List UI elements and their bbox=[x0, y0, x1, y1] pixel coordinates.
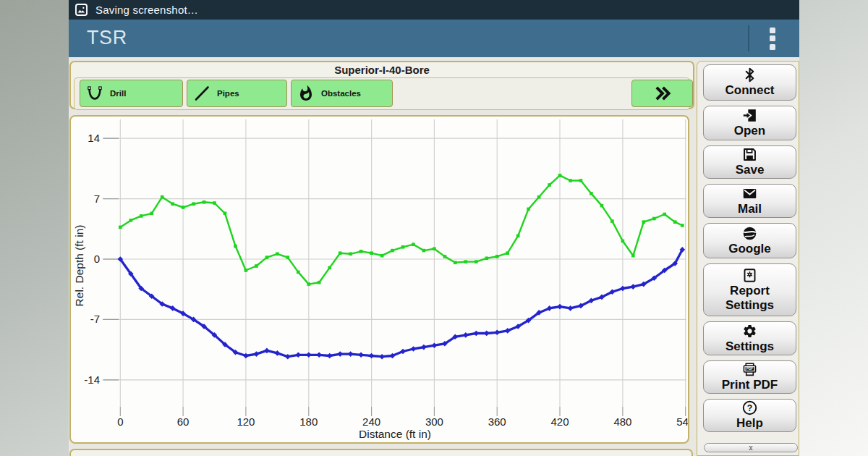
sidebar-button-label: Open bbox=[734, 124, 765, 138]
sidebar-button-label: Save bbox=[736, 163, 765, 177]
svg-text:7: 7 bbox=[94, 193, 100, 205]
help-icon: ? bbox=[742, 400, 757, 415]
toolbar-panel: Superior-I-40-Bore DrillPipesObstacles bbox=[69, 61, 694, 109]
sidebar-button-google[interactable]: Google bbox=[703, 223, 796, 258]
sidebar-button-column: ConnectOpenSaveMailGoogleReport Settings… bbox=[703, 64, 796, 437]
double-chevron-right-icon bbox=[653, 84, 672, 103]
overflow-menu-icon bbox=[770, 25, 775, 52]
blue-line-series bbox=[120, 250, 682, 357]
svg-text:0: 0 bbox=[117, 415, 123, 428]
sidebar-button-help[interactable]: ?Help bbox=[703, 399, 796, 432]
app-window: Saving screenshot… TSR Superior-I-40-Bor… bbox=[69, 0, 799, 456]
overflow-menu-button[interactable] bbox=[760, 22, 785, 54]
svg-text:420: 420 bbox=[550, 415, 569, 428]
drill-path-icon bbox=[86, 85, 103, 102]
svg-text:480: 480 bbox=[613, 415, 631, 428]
status-bar: Saving screenshot… bbox=[69, 0, 799, 20]
svg-text:-7: -7 bbox=[90, 313, 100, 325]
app-title: TSR bbox=[87, 27, 127, 49]
action-bar-divider bbox=[748, 25, 749, 51]
svg-text:Rel. Depth (ft in): Rel. Depth (ft in) bbox=[73, 225, 85, 307]
toolbar-button-label: Drill bbox=[110, 89, 126, 98]
action-bar: TSR bbox=[69, 20, 799, 57]
svg-text:14: 14 bbox=[88, 132, 100, 144]
sidebar-button-label: Help bbox=[736, 416, 763, 430]
sidebar-button-label: Report Settings bbox=[720, 284, 780, 311]
svg-text:180: 180 bbox=[299, 415, 318, 428]
sidebar-button-report-settings[interactable]: Report Settings bbox=[703, 263, 796, 316]
sidebar-button-label: Connect bbox=[726, 83, 775, 97]
toolbar-button-more[interactable] bbox=[631, 80, 693, 107]
gear-icon bbox=[742, 324, 757, 339]
svg-text:120: 120 bbox=[237, 415, 255, 428]
google-earth-icon bbox=[742, 226, 757, 241]
sidebar-button-open[interactable]: Open bbox=[703, 106, 796, 140]
bottom-drawer-edge[interactable] bbox=[69, 449, 693, 456]
bore-title: Superior-I-40-Bore bbox=[71, 64, 693, 76]
sidebar-button-mail[interactable]: Mail bbox=[703, 184, 796, 218]
svg-text:360: 360 bbox=[488, 415, 506, 428]
svg-text:0: 0 bbox=[94, 253, 100, 265]
svg-text:300: 300 bbox=[425, 415, 443, 428]
toolbar-button-drill[interactable]: Drill bbox=[80, 80, 183, 107]
sidebar-collapse-handle[interactable] bbox=[704, 443, 798, 452]
pipe-icon bbox=[193, 85, 210, 102]
screenshot-icon bbox=[75, 3, 88, 17]
content-area: Superior-I-40-Bore DrillPipesObstacles 0… bbox=[69, 57, 799, 456]
toolbar-button-label: Obstacles bbox=[321, 89, 361, 98]
svg-text:60: 60 bbox=[177, 415, 190, 428]
flame-icon bbox=[297, 85, 315, 102]
bore-profile-chart: 0601201802403003604204805401470-7-14Dist… bbox=[69, 115, 689, 444]
sidebar-button-label: Print PDF bbox=[722, 378, 778, 392]
open-file-icon bbox=[742, 108, 757, 123]
save-icon bbox=[742, 147, 757, 162]
toolbar-row: DrillPipesObstacles bbox=[74, 77, 690, 110]
toolbar-button-label: Pipes bbox=[217, 89, 239, 98]
green-line-series bbox=[120, 175, 682, 284]
svg-text:PDF: PDF bbox=[746, 368, 754, 371]
sidebar-button-label: Settings bbox=[726, 339, 774, 353]
sidebar-button-connect[interactable]: Connect bbox=[703, 64, 796, 101]
collapse-chevrons-icon bbox=[744, 444, 757, 452]
sidebar-button-label: Mail bbox=[738, 202, 762, 216]
toolbar-button-obstacles[interactable]: Obstacles bbox=[291, 80, 393, 107]
page-background: Saving screenshot… TSR Superior-I-40-Bor… bbox=[0, 0, 868, 456]
bluetooth-icon bbox=[742, 67, 757, 83]
toolbar-button-pipes[interactable]: Pipes bbox=[187, 80, 287, 107]
sidebar-button-label: Google bbox=[728, 242, 771, 256]
svg-text:?: ? bbox=[747, 403, 752, 413]
report-settings-icon bbox=[742, 268, 757, 283]
svg-text:540: 540 bbox=[676, 415, 688, 428]
mail-icon bbox=[742, 186, 757, 201]
sidebar-button-save[interactable]: Save bbox=[703, 145, 796, 179]
sidebar-button-print-pdf[interactable]: PDFPrint PDF bbox=[703, 360, 796, 394]
sidebar-button-settings[interactable]: Settings bbox=[703, 321, 796, 355]
svg-text:Distance (ft in): Distance (ft in) bbox=[359, 428, 431, 440]
status-notification-text: Saving screenshot… bbox=[95, 4, 198, 16]
svg-text:-14: -14 bbox=[84, 373, 100, 386]
svg-text:240: 240 bbox=[362, 415, 380, 428]
sidebar: ConnectOpenSaveMailGoogleReport Settings… bbox=[697, 61, 799, 456]
print-pdf-icon: PDF bbox=[742, 362, 757, 377]
